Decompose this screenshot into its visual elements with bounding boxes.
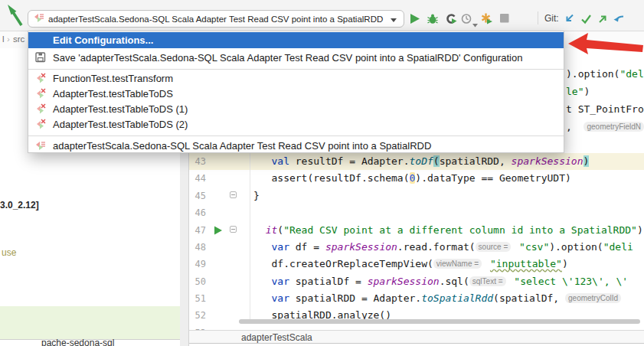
fold-marker-icon[interactable]	[230, 191, 237, 198]
project-module-name: 3.0_2.12]	[0, 200, 39, 211]
project-excluded-folder[interactable]: use	[2, 247, 16, 258]
breadcrumb-chevron-icon: ›	[7, 34, 10, 44]
line-number: 44	[186, 170, 206, 187]
menu-item-functiontest-testtransform[interactable]: FunctionTest.testTransform	[28, 70, 564, 86]
menu-item-adaptertest-testtabletods-1[interactable]: AdapterTest.testTableToDS (1)	[28, 101, 564, 116]
git-label: Git:	[544, 13, 559, 24]
line-number: 49	[186, 256, 206, 273]
project-selection-highlight	[0, 306, 180, 339]
breadcrumb-src[interactable]: src	[13, 34, 25, 44]
test-failed-icon	[35, 88, 46, 99]
debug-button[interactable]	[427, 13, 439, 24]
menu-item-save-configuration[interactable]: Save 'adapterTestScala.Sedona-SQL Scala …	[28, 48, 564, 67]
git-update-button[interactable]	[564, 13, 575, 24]
run-button[interactable]	[410, 13, 421, 24]
run-with-profiler-button[interactable]	[481, 13, 492, 24]
line-number: 50	[186, 273, 206, 290]
test-failed-icon	[35, 103, 46, 114]
run-configurations-menu: Edit Configurations... Save 'adapterTest…	[28, 31, 564, 153]
line-number: 43	[186, 153, 206, 170]
red-arrow-annotation	[565, 29, 644, 63]
code-fragment[interactable]: t ST_PointFro	[566, 101, 644, 118]
code-line-47[interactable]: it("Read CSV point at a different column…	[253, 222, 643, 239]
test-failed-icon	[35, 73, 46, 83]
line-number: 45	[186, 188, 206, 204]
git-rollback-button[interactable]	[613, 13, 624, 24]
menu-item-adaptertestscala-config[interactable]: adapterTestScala.Sedona-SQL Scala Adapte…	[28, 138, 564, 153]
git-push-button[interactable]	[597, 13, 609, 24]
green-arrow-annotation	[3, 2, 26, 31]
line-number: 46	[186, 204, 206, 221]
run-test-gutter-icon[interactable]	[214, 224, 223, 238]
chevron-down-icon	[391, 12, 397, 26]
line-number: 47	[186, 222, 206, 239]
line-number: 51	[186, 290, 206, 307]
code-fragment[interactable]: , geometryFieldN	[566, 119, 644, 135]
git-commit-button[interactable]	[580, 13, 592, 24]
code-line-43[interactable]: val resultDf = Adapter.toDf(spatialRDD, …	[253, 153, 589, 170]
menu-item-adaptertest-testtabletods-2[interactable]: AdapterTest.testTableToDS (2)	[28, 116, 564, 132]
menu-item-edit-configurations[interactable]: Edit Configurations...	[28, 32, 564, 48]
horizontal-scrollbar[interactable]	[239, 319, 640, 324]
code-line-48[interactable]: var df = sparkSession.read.format(source…	[253, 239, 633, 256]
code-fragment[interactable]: le")	[566, 83, 590, 100]
code-line-44[interactable]: assert(resultDf.schema(0).dataType == Ge…	[253, 170, 571, 187]
run-configuration-select[interactable]: adapterTestScala.Sedona-SQL Scala Adapte…	[28, 10, 404, 28]
ide-window: geospark-parent — adapterTestScala.scala…	[0, 0, 644, 346]
line-number: 48	[186, 239, 206, 256]
run-with-coverage-button[interactable]	[446, 13, 457, 24]
line-number: 52	[186, 307, 206, 324]
code-fragment[interactable]: ).option("deli	[566, 66, 644, 83]
scalatest-icon	[35, 140, 46, 151]
menu-separator	[28, 69, 564, 70]
save-icon	[35, 52, 46, 63]
code-line-50[interactable]: var spatialDf = sparkSession.sql(sqlText…	[253, 273, 628, 290]
profiler-button[interactable]	[461, 13, 472, 24]
test-failed-icon	[35, 119, 46, 129]
menu-item-adaptertest-testtabletods[interactable]: AdapterTest.testTableToDS	[28, 86, 564, 101]
fold-marker-icon[interactable]	[230, 226, 237, 233]
code-line-45[interactable]: }	[253, 188, 260, 204]
editor-breadcrumb[interactable]: adapterTestScala	[241, 332, 312, 343]
breadcrumb-fragment: l	[2, 34, 5, 44]
scalatest-config-icon	[34, 12, 44, 26]
statusbar-path: pache-sedona-sql	[41, 338, 114, 346]
stop-button	[499, 13, 511, 24]
code-line-51[interactable]: var spatialRDD = Adapter.toSpatialRdd(sp…	[253, 290, 623, 307]
toolbar-separator	[538, 11, 538, 24]
run-configuration-label: adapterTestScala.Sedona-SQL Scala Adapte…	[48, 15, 385, 24]
code-line-49[interactable]: df.createOrReplaceTempView(viewName = "i…	[253, 256, 568, 273]
menu-separator	[28, 135, 564, 136]
